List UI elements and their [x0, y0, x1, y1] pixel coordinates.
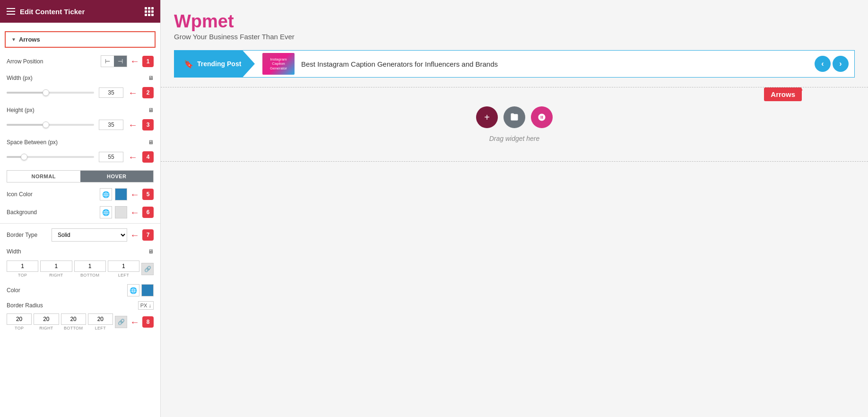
ticker-content: InstagramCaptionGenerator Best Instagram… — [255, 53, 815, 75]
height-slider-track[interactable] — [7, 124, 94, 126]
border-width-label-row: Width 🖥 — [0, 244, 160, 259]
annotation-badge-4: 4 — [142, 151, 154, 163]
arrow-position-group: ⊢ ⊣ — [101, 55, 127, 67]
right-label: RIGHT — [49, 273, 63, 278]
section-collapse-icon: ▼ — [11, 37, 16, 42]
border-type-select[interactable]: Solid Dashed Dotted None — [52, 228, 127, 242]
bottom-label: BOTTOM — [80, 273, 99, 278]
left-label: LEFT — [118, 273, 129, 278]
arrows-section-header[interactable]: ▼ Arrows — [5, 31, 156, 48]
annotation-arrow-3: ← — [128, 120, 138, 130]
left-panel: Edit Content Ticker ▼ Arrows Arrow Posit… — [0, 0, 161, 417]
border-radius-top-input[interactable]: 20 — [7, 313, 32, 325]
width-label: Width (px) — [7, 75, 33, 81]
annotation-arrow-7: ← — [130, 230, 139, 241]
icon-color-row: Icon Color 🌐 ← 5 — [0, 185, 160, 203]
space-label: Space Between (px) — [7, 139, 58, 146]
annotation-badge-8: 8 — [142, 316, 154, 328]
panel-title: Edit Content Ticker — [20, 8, 85, 16]
height-input[interactable]: 35 — [99, 120, 123, 130]
background-global-btn[interactable]: 🌐 — [100, 206, 112, 218]
width-control-row: Width (px) 🖥 — [0, 71, 160, 85]
hamburger-icon[interactable] — [7, 8, 15, 15]
annotation-badge-3: 3 — [142, 119, 154, 130]
wpmet-subtitle: Grow Your Business Faster Than Ever — [174, 33, 855, 41]
border-radius-label: Border Radius — [7, 302, 43, 309]
ticker-arrows: ‹ › — [815, 56, 854, 72]
icon-color-label: Icon Color — [7, 191, 33, 198]
border-color-swatch[interactable] — [141, 284, 154, 296]
space-slider-row: 55 ← 4 — [0, 149, 160, 167]
annotation-arrow-6: ← — [130, 207, 139, 218]
background-swatch[interactable] — [115, 206, 127, 218]
border-width-label: Width — [7, 248, 21, 255]
border-type-label: Border Type — [7, 232, 37, 238]
border-width-right-input[interactable]: 1 — [40, 261, 72, 272]
border-width-bottom-input[interactable]: 1 — [74, 261, 106, 272]
border-color-label: Color — [7, 287, 20, 294]
annotation-badge-2: 2 — [142, 87, 154, 98]
border-radius-right-input[interactable]: 20 — [34, 313, 59, 325]
elementor-btn[interactable] — [531, 106, 553, 128]
annotation-arrow-1: ← — [130, 56, 139, 67]
grid-icon[interactable] — [145, 7, 154, 16]
annotation-badge-6: 6 — [142, 207, 154, 218]
background-color-row: Background 🌐 ← 6 — [0, 203, 160, 221]
border-radius-px-badge[interactable]: PX ↓ — [138, 301, 154, 310]
ticker-thumb-text: InstagramCaptionGenerator — [270, 57, 287, 71]
annotation-arrow-4: ← — [128, 152, 138, 163]
annotation-badge-5: 5 — [142, 189, 154, 200]
br-left-label: LEFT — [95, 326, 106, 330]
drop-zone-buttons: + — [476, 106, 553, 128]
annotation-arrow-2: ← — [128, 87, 138, 98]
background-label: Background — [7, 209, 37, 216]
border-radius-left-input[interactable]: 20 — [88, 313, 113, 325]
space-control-row: Space Between (px) 🖥 — [0, 135, 160, 149]
border-width-monitor-icon: 🖥 — [148, 248, 154, 255]
space-slider-track[interactable] — [7, 156, 94, 158]
panel-content: ▼ Arrows Arrow Position ⊢ ⊣ ← 1 Width (p… — [0, 23, 160, 417]
annotation-arrow-8: ← — [130, 317, 139, 328]
arrows-annotation-container: Arrows ↗ — [764, 87, 811, 101]
drop-zone: + Drag widget here — [174, 87, 855, 161]
br-bottom-label: BOTTOM — [64, 326, 83, 330]
ticker-prev-btn[interactable]: ‹ — [815, 56, 831, 72]
ticker-bookmark-icon: 🔖 — [184, 60, 193, 69]
ticker-label: 🔖 Trending Post — [174, 51, 255, 77]
border-color-row: Color 🌐 — [0, 281, 160, 299]
icon-color-swatch[interactable] — [115, 188, 127, 200]
border-color-global-btn[interactable]: 🌐 — [127, 284, 139, 296]
border-width-link-btn[interactable]: 🔗 — [141, 263, 154, 275]
width-monitor-icon: 🖥 — [148, 75, 154, 81]
wpmet-heading: Wpmet Grow Your Business Faster Than Eve… — [174, 11, 855, 41]
ticker-post-text: Best Instagram Caption Generators for In… — [301, 60, 498, 68]
add-widget-btn[interactable]: + — [476, 106, 498, 128]
width-input[interactable]: 35 — [99, 87, 123, 98]
main-area: Wpmet Grow Your Business Faster Than Eve… — [161, 0, 868, 417]
ticker-bar: 🔖 Trending Post InstagramCaptionGenerato… — [174, 50, 855, 78]
panel-header: Edit Content Ticker — [0, 0, 160, 23]
border-width-left-input[interactable]: 1 — [108, 261, 139, 272]
ticker-next-btn[interactable]: › — [833, 56, 849, 72]
width-slider-track[interactable] — [7, 92, 94, 94]
top-label: TOP — [18, 273, 27, 278]
icon-color-global-btn[interactable]: 🌐 — [100, 188, 112, 200]
arrow-pos-right-btn[interactable]: ⊣ — [114, 56, 127, 67]
arrow-position-row: Arrow Position ⊢ ⊣ ← 1 — [0, 52, 160, 71]
template-btn[interactable] — [503, 106, 525, 128]
border-radius-bottom-input[interactable]: 20 — [61, 313, 86, 325]
border-radius-link-btn[interactable]: 🔗 — [115, 316, 127, 328]
arrow-pos-left-btn[interactable]: ⊢ — [101, 56, 114, 67]
annotation-badge-1: 1 — [142, 56, 154, 67]
width-slider-row: 35 ← 2 — [0, 85, 160, 103]
border-width-top-input[interactable]: 1 — [7, 261, 38, 272]
space-monitor-icon: 🖥 — [148, 139, 154, 146]
state-tab-group: NORMAL HOVER — [7, 170, 154, 182]
wpmet-title: Wpmet — [174, 11, 855, 32]
space-input[interactable]: 55 — [99, 152, 123, 162]
tab-hover[interactable]: HOVER — [80, 171, 154, 182]
height-slider-row: 35 ← 3 — [0, 117, 160, 135]
border-radius-inputs-row: 20 TOP 20 RIGHT 20 BOTTOM 20 LEFT — [0, 312, 160, 334]
tab-normal[interactable]: NORMAL — [7, 171, 80, 182]
height-monitor-icon: 🖥 — [148, 107, 154, 113]
